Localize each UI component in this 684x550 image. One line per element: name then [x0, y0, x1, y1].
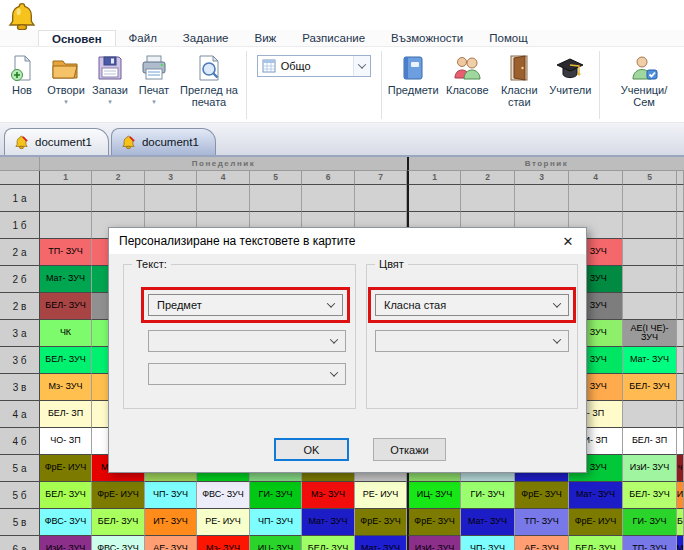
timetable-cell[interactable] [677, 347, 684, 374]
combo-chevron-down-icon[interactable] [353, 56, 370, 76]
timetable-cell[interactable]: ГИ- ЗУЧ [250, 482, 302, 509]
timetable-cell[interactable]: Мат- ЗУЧ [569, 482, 623, 509]
timetable-cell[interactable]: ТП- ЗУЧ [40, 239, 92, 266]
timetable-cell[interactable]: Мат- ЗУЧ [355, 536, 407, 550]
timetable-cell[interactable]: ТП- ЗУЧ [515, 509, 569, 536]
timetable-cell[interactable] [40, 185, 92, 212]
timetable-cell[interactable]: БЕЛ- ЗУЧ [40, 347, 92, 374]
classrooms-button[interactable]: Класни стаи [494, 47, 544, 108]
timetable-cell[interactable] [407, 185, 461, 212]
ok-button[interactable]: OK [274, 438, 349, 461]
timetable-cell[interactable]: БЕЛ- ЗУЧ [40, 293, 92, 320]
ribbon-tab-2[interactable]: Файл [116, 30, 170, 46]
timetable-cell[interactable]: ИЦ- ЗУЧ [407, 482, 461, 509]
timetable-cell[interactable]: Б [677, 509, 684, 536]
timetable-cell[interactable]: ФВС- ЗУЧ [197, 482, 250, 509]
timetable-cell[interactable] [623, 212, 677, 239]
timetable-cell[interactable]: И [677, 482, 684, 509]
timetable-cell[interactable]: ИзИ- ЗУЧ [623, 455, 677, 482]
timetable-cell[interactable]: ИТ- ЗУЧ [145, 509, 197, 536]
timetable-cell[interactable] [515, 185, 569, 212]
timetable-cell[interactable]: БЕЛ- ЗУЧ [92, 509, 145, 536]
print-preview-button[interactable]: Преглед на печата [177, 47, 241, 108]
timetable-cell[interactable]: РЕ- ИУЧ [355, 482, 407, 509]
print-dropdown-caret-icon[interactable]: ▾ [152, 98, 156, 106]
timetable-cell[interactable]: БЕЛ- ЗУЧ [302, 536, 355, 550]
timetable-cell[interactable]: ФрЕ- ИУЧ [40, 455, 92, 482]
timetable-cell[interactable] [623, 239, 677, 266]
teachers-button[interactable]: Учители [546, 47, 594, 96]
timetable-cell[interactable]: ФрЕ- ИУЧ [92, 482, 145, 509]
timetable-cell[interactable]: ФрЕ- ЗУЧ [355, 509, 407, 536]
timetable-cell[interactable]: БЕЛ- ЗУЧ [623, 482, 677, 509]
timetable-cell[interactable]: БЕЛ- ЗУЧ [40, 482, 92, 509]
timetable-cell[interactable] [461, 185, 515, 212]
timetable-cell[interactable] [677, 239, 684, 266]
ribbon-tab-6[interactable]: Възможности [378, 30, 476, 46]
timetable-cell[interactable]: Мз- ЗУЧ [40, 374, 92, 401]
timetable-cell[interactable]: ЧК [40, 320, 92, 347]
dialog-title-bar[interactable]: Персонализиране на текстовете в картите … [109, 228, 586, 254]
timetable-cell[interactable]: ЧО- ЗП [40, 428, 92, 455]
timetable-cell[interactable]: М [677, 536, 684, 550]
timetable-cell[interactable]: ФрЕ- ЗУЧ [515, 482, 569, 509]
timetable-cell[interactable]: ФВС- ЗУЧ [92, 536, 145, 550]
timetable-cell[interactable] [250, 185, 302, 212]
subjects-button[interactable]: Предмети [386, 47, 440, 96]
timetable-cell[interactable]: АЕ- ЗУЧ [515, 536, 569, 550]
timetable-cell[interactable] [40, 212, 92, 239]
timetable-cell[interactable]: ч [677, 455, 684, 482]
timetable-cell[interactable] [92, 185, 145, 212]
view-combo[interactable]: Общо [257, 55, 371, 77]
timetable-cell[interactable] [569, 185, 623, 212]
timetable-cell[interactable] [677, 401, 684, 428]
classes-button[interactable]: Класове [442, 47, 492, 96]
save-button[interactable]: Запази ▾ [89, 47, 131, 106]
timetable-cell[interactable]: РЕ- ИУЧ [197, 509, 250, 536]
timetable-cell[interactable] [302, 185, 355, 212]
timetable-cell[interactable]: Мат- ЗУЧ [623, 347, 677, 374]
timetable-cell[interactable]: ТП- ЗУЧ [623, 536, 677, 550]
open-button[interactable]: Отвори ▾ [45, 47, 87, 106]
timetable-cell[interactable] [623, 185, 677, 212]
timetable-cell[interactable] [677, 266, 684, 293]
timetable-cell[interactable]: ЧП- ЗУЧ [250, 509, 302, 536]
timetable-cell[interactable]: Мат- ЗУЧ [461, 509, 515, 536]
timetable-cell[interactable]: ИЦ- ЗУЧ [250, 536, 302, 550]
timetable-cell[interactable]: ИзИ- ЗУЧ [40, 536, 92, 550]
timetable-cell[interactable]: АЕ(I ЧЕ)- ЗУЧ [623, 320, 677, 347]
cancel-button[interactable]: Откажи [373, 438, 446, 461]
timetable-cell[interactable]: ФВС- ЗУЧ [40, 509, 92, 536]
timetable-cell[interactable] [623, 293, 677, 320]
new-button[interactable]: Нов [1, 47, 43, 96]
timetable-cell[interactable]: ФрЕ- ИУЧ [569, 509, 623, 536]
timetable-cell[interactable] [677, 374, 684, 401]
color-dropdown-2[interactable] [375, 330, 569, 352]
ribbon-tab-1[interactable]: Основен [38, 30, 116, 46]
timetable-cell[interactable] [677, 185, 684, 212]
document-tab-1[interactable]: document1 [4, 128, 109, 155]
timetable-cell[interactable]: Мз- ЗУЧ [197, 536, 250, 550]
timetable-cell[interactable]: Мат- ЗУЧ [302, 509, 355, 536]
timetable-cell[interactable]: БЕЛ- ЗП [40, 401, 92, 428]
timetable-cell[interactable]: Мз- ЗУЧ [302, 482, 355, 509]
timetable-cell[interactable]: БЕЛ- ЗП [623, 428, 677, 455]
timetable-cell[interactable] [623, 401, 677, 428]
print-button[interactable]: Печат ▾ [133, 47, 175, 106]
timetable-cell[interactable]: ИзИ- ЗУЧ [407, 536, 461, 550]
timetable-cell[interactable]: АЕ- ЗУЧ [145, 536, 197, 550]
save-dropdown-caret-icon[interactable]: ▾ [108, 98, 112, 106]
timetable-cell[interactable] [145, 185, 197, 212]
timetable-cell[interactable]: ЧП- ЗУЧ [145, 482, 197, 509]
ribbon-tab-3[interactable]: Задание [170, 30, 242, 46]
timetable-cell[interactable] [677, 320, 684, 347]
timetable-cell[interactable]: Мат- ЗУЧ [40, 266, 92, 293]
text-dropdown-1[interactable]: Предмет [148, 294, 343, 316]
timetable-cell[interactable]: ГИ- ЗУЧ [623, 509, 677, 536]
text-dropdown-3[interactable] [148, 363, 346, 385]
document-tab-2[interactable]: document1 [111, 128, 216, 155]
timetable-cell[interactable]: БЕЛ- ЗУЧ [569, 536, 623, 550]
timetable-cell[interactable]: ФрЕ- ЗУЧ [407, 509, 461, 536]
timetable-cell[interactable] [197, 185, 250, 212]
students-button[interactable]: Ученици/Сем [605, 47, 683, 108]
